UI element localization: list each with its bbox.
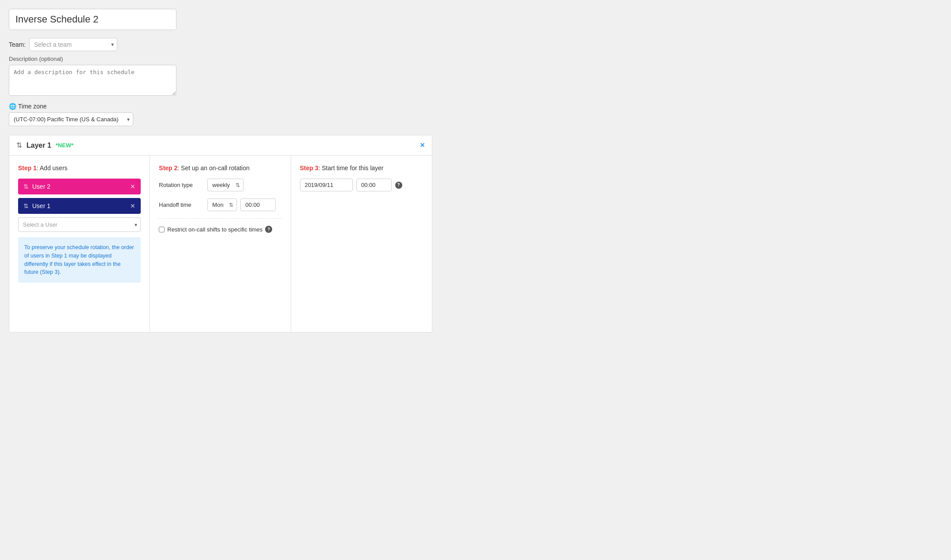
- user1-label: User 1: [32, 202, 50, 209]
- step2-column: Step 2: Set up an on-call rotation Rotat…: [150, 156, 291, 332]
- team-select-wrapper: Select a team ▾: [29, 38, 117, 51]
- restrict-row: Restrict on-call shifts to specific time…: [159, 226, 281, 233]
- step1-number: Step 1: [18, 164, 37, 172]
- step2-number: Step 2: [159, 164, 177, 172]
- start-time-help-icon[interactable]: ?: [395, 182, 402, 189]
- user1-pill[interactable]: ⇅ User 1 ✕: [18, 198, 141, 214]
- restrict-checkbox[interactable]: [159, 227, 165, 232]
- handoff-group: Mon Sun Tue Wed Thu Fri Sat ⇅: [207, 198, 276, 211]
- user2-pill-left: ⇅ User 2: [23, 183, 50, 190]
- step1-info-text: To preserve your schedule rotation, the …: [24, 244, 134, 275]
- restrict-help-icon[interactable]: ?: [265, 226, 272, 233]
- user1-remove-button[interactable]: ✕: [130, 203, 135, 209]
- step1-info-box: To preserve your schedule rotation, the …: [18, 237, 141, 283]
- timezone-label-text: Time zone: [18, 103, 47, 110]
- handoff-row: Handoff time Mon Sun Tue Wed Thu Fri Sat: [159, 198, 281, 211]
- handoff-time-input[interactable]: [240, 198, 276, 211]
- layer-drag-icon[interactable]: ⇅: [16, 141, 22, 149]
- close-layer-button[interactable]: ×: [420, 141, 425, 150]
- step1-description: : Add users: [37, 164, 67, 172]
- step3-column: Step 3: Start time for this layer ?: [291, 156, 432, 332]
- start-time-input[interactable]: [356, 179, 392, 191]
- rotation-type-label: Rotation type: [159, 182, 207, 188]
- user2-label: User 2: [32, 183, 50, 190]
- team-row: Team: Select a team ▾: [9, 38, 432, 51]
- rotation-select-wrapper: weekly daily custom ⇅: [207, 179, 243, 191]
- timezone-select-wrapper: (UTC-07:00) Pacific Time (US & Canada) ▾: [9, 112, 133, 126]
- layer-container: ⇅ Layer 1 *NEW* × Step 1: Add users ⇅ Us…: [9, 135, 432, 332]
- layer-header: ⇅ Layer 1 *NEW* ×: [9, 135, 432, 156]
- step3-number: Step 3: [300, 164, 318, 172]
- layer-title: Layer 1: [26, 142, 51, 149]
- restrict-label: Restrict on-call shifts to specific time…: [167, 226, 262, 233]
- rotation-type-row: Rotation type weekly daily custom ⇅: [159, 179, 281, 191]
- rotation-type-select[interactable]: weekly daily custom: [207, 179, 243, 191]
- step3-description: : Start time for this layer: [318, 164, 384, 172]
- description-textarea[interactable]: [9, 65, 176, 96]
- layer-new-badge: *NEW*: [56, 142, 73, 149]
- step2-divider: [159, 218, 281, 219]
- team-label: Team:: [9, 41, 26, 48]
- start-date-input[interactable]: [300, 179, 353, 191]
- user1-drag-icon: ⇅: [23, 202, 29, 209]
- handoff-day-select[interactable]: Mon Sun Tue Wed Thu Fri Sat: [207, 198, 237, 211]
- select-user-select[interactable]: Select a User: [18, 217, 141, 232]
- globe-icon: 🌐: [9, 103, 16, 110]
- handoff-label: Handoff time: [159, 202, 207, 208]
- start-time-group: ?: [300, 179, 423, 191]
- step3-title: Step 3: Start time for this layer: [300, 164, 423, 172]
- timezone-select[interactable]: (UTC-07:00) Pacific Time (US & Canada): [9, 112, 133, 126]
- step2-title: Step 2: Set up an on-call rotation: [159, 164, 281, 172]
- step2-description: : Set up an on-call rotation: [177, 164, 249, 172]
- user1-pill-left: ⇅ User 1: [23, 202, 50, 209]
- team-select[interactable]: Select a team: [29, 38, 117, 51]
- user2-pill[interactable]: ⇅ User 2 ✕: [18, 179, 141, 194]
- timezone-section: 🌐 Time zone (UTC-07:00) Pacific Time (US…: [9, 103, 432, 126]
- select-user-wrapper: Select a User ▾: [18, 217, 141, 232]
- schedule-title-input[interactable]: [9, 9, 176, 30]
- description-label: Description (optional): [9, 56, 432, 62]
- step1-title: Step 1: Add users: [18, 164, 141, 172]
- step1-column: Step 1: Add users ⇅ User 2 ✕ ⇅ User 1: [9, 156, 150, 332]
- layer-title-group: ⇅ Layer 1 *NEW*: [16, 141, 74, 149]
- page-container: Team: Select a team ▾ Description (optio…: [9, 9, 432, 332]
- user2-drag-icon: ⇅: [23, 183, 29, 190]
- user2-remove-button[interactable]: ✕: [130, 183, 135, 190]
- day-select-wrapper: Mon Sun Tue Wed Thu Fri Sat ⇅: [207, 198, 237, 211]
- timezone-label: 🌐 Time zone: [9, 103, 432, 110]
- layer-body: Step 1: Add users ⇅ User 2 ✕ ⇅ User 1: [9, 156, 432, 332]
